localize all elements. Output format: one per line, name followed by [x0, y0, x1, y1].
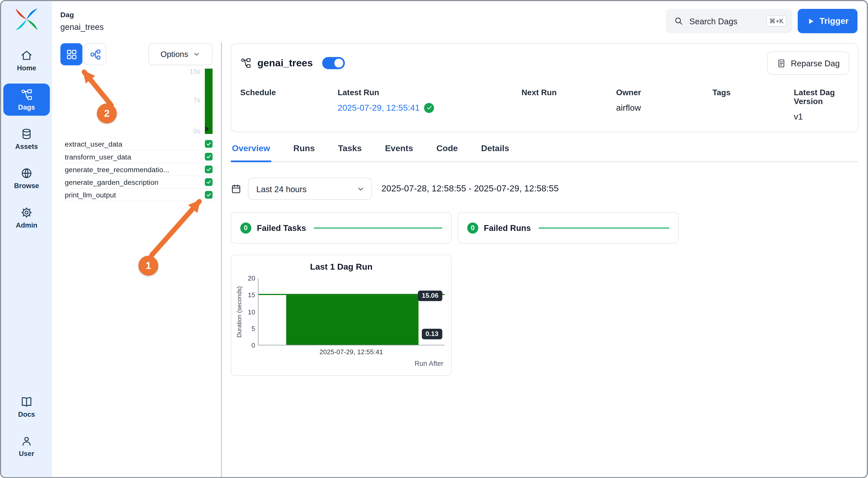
task-row[interactable]: generate_tree_recommendatio...: [60, 163, 212, 176]
field-value: [713, 102, 794, 113]
options-dropdown[interactable]: Options: [148, 43, 213, 65]
failed-tasks-count: 0: [240, 222, 251, 233]
y-axis-ticks: 20 15 10 5 0: [244, 279, 258, 346]
failed-runs-card[interactable]: 0 Failed Runs: [458, 212, 679, 244]
task-success-check[interactable]: [205, 191, 213, 199]
airflow-logo[interactable]: [15, 8, 38, 31]
field-schedule: Schedule: [240, 88, 338, 122]
tab-code[interactable]: Code: [435, 142, 459, 162]
sidebar-item-label: Dags: [18, 103, 35, 111]
selected-run-marker: [205, 126, 209, 132]
run-duration-label: 15.06: [418, 290, 442, 301]
task-row[interactable]: generate_garden_description: [60, 176, 212, 189]
toggle-knob: [335, 59, 343, 68]
sidebar-item-label: Home: [17, 64, 36, 72]
task-success-check[interactable]: [205, 178, 213, 186]
field-latest-run: Latest Run 2025-07-29, 12:55:41: [338, 88, 522, 122]
field-label: Latest Dag Version: [794, 88, 849, 106]
task-name: extract_user_data: [65, 140, 123, 148]
dag-header-top: genai_trees Reparse Dag: [240, 52, 849, 75]
reparse-dag-button[interactable]: Reparse Dag: [767, 52, 849, 75]
sidebar-item-home[interactable]: Home: [3, 44, 50, 76]
tab-details[interactable]: Details: [480, 142, 510, 162]
task-name: print_llm_output: [65, 191, 116, 199]
field-label: Schedule: [240, 88, 338, 97]
latest-run-timestamp: 2025-07-29, 12:55:41: [338, 103, 420, 113]
sidebar-item-docs[interactable]: Docs: [3, 391, 50, 423]
field-value: airflow: [616, 102, 712, 113]
sidebar: Home Dags Assets Browse Admin: [1, 1, 52, 477]
task-row[interactable]: print_llm_output: [60, 189, 212, 201]
play-icon: [807, 17, 815, 25]
y-tick: 20: [248, 275, 255, 282]
run-duration-axis: 15s 7s 0s: [60, 69, 212, 134]
dag-pause-toggle[interactable]: [322, 57, 345, 69]
tab-overview[interactable]: Overview: [231, 142, 271, 162]
breadcrumb-dag-name: genai_trees: [60, 22, 103, 31]
duration-tick: 7s: [193, 96, 200, 104]
search-dags-input[interactable]: Search Dags ⌘+K: [666, 9, 792, 33]
task-name: generate_garden_description: [65, 178, 158, 186]
field-owner: Owner airflow: [616, 88, 712, 122]
dag-icon: [21, 89, 33, 101]
sidebar-item-browse[interactable]: Browse: [3, 162, 50, 194]
gear-icon: [21, 206, 33, 219]
y-tick: 5: [251, 325, 255, 332]
sidebar-item-user[interactable]: User: [3, 430, 50, 462]
search-placeholder: Search Dags: [689, 16, 738, 26]
options-label: Options: [160, 50, 188, 59]
task-success-check[interactable]: [205, 153, 213, 161]
failed-runs-label: Failed Runs: [484, 223, 531, 232]
dag-run-chart-card: Last 1 Dag Run Duration (seconds) 20 15 …: [231, 255, 452, 376]
dag-run-bar[interactable]: [286, 295, 418, 345]
time-range-label: Last 24 hours: [256, 184, 307, 193]
user-icon: [21, 435, 33, 447]
field-label: Owner: [616, 88, 712, 97]
calendar-icon[interactable]: [231, 184, 242, 194]
tab-events[interactable]: Events: [384, 142, 414, 162]
dag-run-duration-bar[interactable]: [205, 69, 213, 134]
breadcrumb: Dag genai_trees: [60, 11, 103, 32]
reparse-label: Reparse Dag: [791, 59, 840, 68]
field-label: Latest Run: [338, 88, 522, 97]
dag-fields: Schedule Latest Run 2025-07-29, 12:55:41…: [240, 88, 849, 122]
sidebar-item-admin[interactable]: Admin: [3, 201, 50, 234]
sidebar-item-label: Browse: [14, 182, 39, 190]
queued-duration-label: 0.13: [422, 329, 442, 340]
annotation-badge-1: 1: [138, 256, 158, 276]
database-icon: [21, 128, 33, 140]
duration-tick: 15s: [190, 68, 200, 75]
annotation-badge-2: 2: [97, 103, 117, 124]
task-row[interactable]: extract_user_data: [60, 138, 212, 150]
field-next-run: Next Run: [521, 88, 616, 122]
tab-tasks[interactable]: Tasks: [337, 142, 363, 162]
sidebar-item-assets[interactable]: Assets: [3, 123, 50, 155]
success-check-icon: [424, 103, 434, 113]
book-icon: [21, 396, 33, 408]
stat-cards: 0 Failed Tasks 0 Failed Runs: [231, 212, 859, 244]
task-success-check[interactable]: [205, 166, 213, 173]
task-row[interactable]: transform_user_data: [60, 151, 212, 163]
dag-icon: [240, 58, 251, 69]
y-tick: 10: [248, 309, 255, 315]
task-success-check[interactable]: [205, 140, 213, 148]
sidebar-item-dags[interactable]: Dags: [3, 84, 50, 116]
field-value: v1: [794, 111, 849, 122]
grid-view-button[interactable]: [60, 43, 82, 65]
failed-tasks-card[interactable]: 0 Failed Tasks: [231, 212, 452, 244]
home-icon: [21, 50, 33, 62]
reparse-icon: [776, 59, 786, 68]
trigger-button[interactable]: Trigger: [798, 9, 857, 33]
dag-title: genai_trees: [257, 57, 313, 69]
main-area: Dag genai_trees Search Dags ⌘+K Trigger: [52, 1, 867, 477]
latest-run-link[interactable]: 2025-07-29, 12:55:41: [338, 102, 522, 113]
task-list: extract_user_data transform_user_data ge…: [60, 138, 212, 201]
duration-tick: 0s: [193, 127, 200, 135]
chevron-down-icon: [193, 51, 200, 58]
chart-title: Last 1 Dag Run: [231, 262, 451, 272]
topbar-actions: Search Dags ⌘+K Trigger: [666, 9, 857, 33]
field-label: Tags: [713, 88, 794, 97]
graph-view-button[interactable]: [84, 43, 106, 65]
time-range-dropdown[interactable]: Last 24 hours: [248, 178, 372, 200]
tab-runs[interactable]: Runs: [292, 142, 316, 162]
